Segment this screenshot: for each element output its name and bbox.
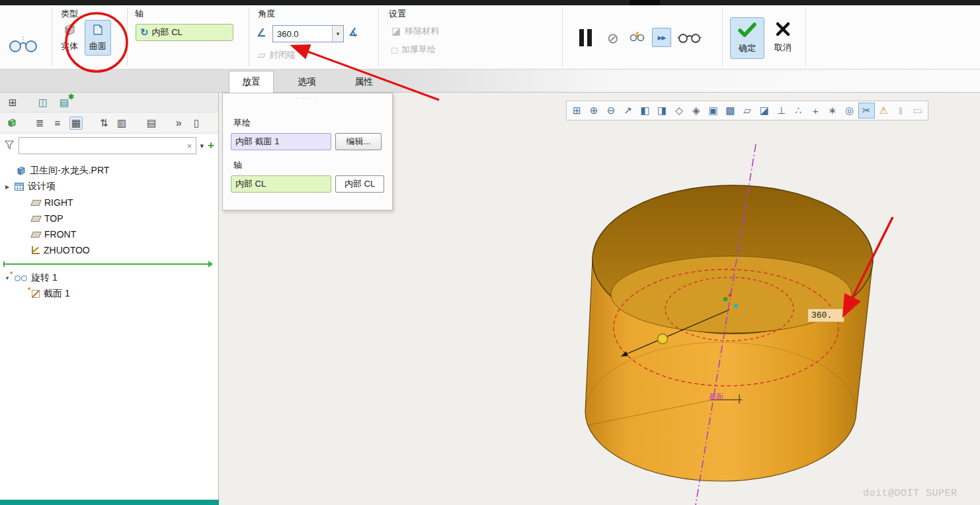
sketch-collector-value: 内部 截面 1	[235, 136, 279, 148]
panel-drag-handle[interactable]: · · · ·	[223, 95, 392, 101]
datum-plane-display-icon[interactable]: ▱	[739, 103, 756, 118]
layer-tree-icon[interactable]: ◫	[37, 97, 49, 109]
tree-item-label: TOP	[44, 213, 63, 224]
tree-item[interactable]: *截面 1	[0, 286, 218, 302]
annotation-display-icon[interactable]: ∗	[824, 103, 840, 118]
pause-icon[interactable]: ‖	[893, 103, 909, 118]
axis-collector-value: 内部 CL	[152, 26, 183, 38]
page-icon[interactable]: ▯	[190, 117, 202, 129]
angle-type-icon[interactable]: ∠	[257, 26, 266, 39]
remove-material-icon: ◪	[391, 25, 401, 37]
sketch-section-label: 草绘	[233, 117, 251, 129]
closed-ends-option[interactable]: ▱ 封闭端	[258, 49, 296, 61]
axis-section-label: 轴	[233, 160, 242, 171]
csys-display-icon[interactable]: +	[807, 103, 824, 118]
tab-properties-label: 属性	[354, 76, 373, 88]
plane-icon	[30, 200, 42, 206]
pause-button[interactable]	[579, 29, 592, 46]
tab-options[interactable]: 选项	[284, 71, 329, 93]
axis-group-label: 轴	[135, 8, 143, 20]
insertion-indicator[interactable]	[4, 263, 212, 265]
no-preview-toggle[interactable]: ⊘	[607, 30, 619, 46]
zoom-out-icon[interactable]: ⊖	[603, 103, 620, 118]
hidden-line-icon[interactable]: ◈	[688, 103, 704, 118]
angle-value-combo[interactable]: 360.0 ▾	[272, 25, 344, 42]
placement-panel: · · · · 草绘 内部 截面 1 编辑... 轴 内部 CL 内部 CL	[222, 93, 393, 210]
edit-sketch-button[interactable]: 编辑...	[335, 133, 382, 150]
remove-material-option[interactable]: ◪ 移除材料	[391, 25, 439, 37]
clear-filter-icon[interactable]: ×	[184, 141, 196, 151]
cancel-button[interactable]: 取消	[767, 17, 799, 58]
cancel-x-icon	[775, 21, 791, 39]
section-icon[interactable]: ✂	[858, 103, 875, 118]
datum-tag-display-icon[interactable]: ◪	[756, 103, 772, 118]
tree-item[interactable]: ZHUOTOO	[0, 242, 218, 258]
funnel-icon[interactable]	[4, 140, 15, 152]
refit-icon[interactable]: ↗	[620, 103, 636, 118]
spin-center-icon[interactable]: ◎	[841, 103, 858, 118]
shaded-icon[interactable]: ▣	[705, 103, 721, 118]
preview-play-icon: ▶▶	[658, 34, 666, 41]
angle-value[interactable]: 360.0	[273, 29, 332, 39]
surface-button[interactable]: 曲面	[85, 20, 111, 56]
cancel-label: 取消	[774, 42, 792, 54]
wireframe-icon[interactable]: ◇	[671, 103, 688, 118]
layer-settings-icon[interactable]: ▤✱	[58, 97, 70, 109]
tree-item-label: 截面 1	[44, 288, 70, 300]
glasses-preview-toggle[interactable]	[677, 32, 702, 46]
revolve-feature-icon	[8, 36, 40, 56]
ok-button[interactable]: 确定	[730, 17, 764, 59]
group-icon[interactable]: ▥	[116, 117, 128, 129]
add-filter-icon[interactable]: +	[208, 139, 214, 152]
sketch-collector-field[interactable]: 内部 截面 1	[231, 133, 331, 150]
solid-button[interactable]: 实体	[57, 20, 82, 56]
expand-list-icon[interactable]: ≣	[34, 117, 46, 129]
filter-dropdown-icon[interactable]: ▾	[200, 142, 204, 150]
attached-preview-toggle[interactable]: ▶▶	[652, 28, 671, 47]
collapse-list-icon[interactable]: ≡	[52, 117, 63, 128]
axis-display-icon[interactable]: ⊥	[773, 103, 790, 118]
angle-dropdown-arrow-icon[interactable]: ▾	[332, 26, 343, 42]
tree-filter-input[interactable]	[19, 138, 184, 154]
panel-axis-value: 内部 CL	[235, 178, 266, 190]
tree-item[interactable]: ▼*旋转 1	[0, 270, 218, 286]
solid-label: 实体	[61, 40, 78, 52]
thicken-sketch-option[interactable]: □ 加厚草绘	[391, 44, 436, 56]
model-cube-icon[interactable]	[5, 118, 17, 128]
angle-value-tag[interactable]: 360.	[807, 308, 844, 322]
tree-toolbar-row1: ⊞ ◫ ▤✱	[0, 93, 218, 113]
zoom-window-icon[interactable]: ⊞	[569, 103, 585, 118]
geometry-check-icon[interactable]	[630, 32, 645, 44]
tree-root-item[interactable]: 卫生间-水龙头.PRT	[0, 163, 218, 179]
shaded-edges-icon[interactable]: ▩	[722, 103, 739, 118]
point-display-icon[interactable]: ∴	[790, 103, 807, 118]
zoom-in-icon[interactable]: ⊕	[586, 103, 602, 118]
tree-item[interactable]: FRONT	[0, 226, 218, 242]
warning-icon[interactable]: ⚠	[876, 103, 892, 118]
sketch-icon: *	[32, 290, 40, 298]
repaint-icon[interactable]: ◧	[637, 103, 653, 118]
display-style-icon[interactable]: ◨	[654, 103, 671, 118]
tree-item[interactable]: TOP	[0, 210, 218, 226]
tree-item[interactable]: RIGHT	[0, 195, 218, 210]
collapsed-arrow-icon[interactable]: ▶	[4, 184, 11, 190]
panel-axis-field[interactable]: 内部 CL	[231, 175, 331, 193]
more-tools-chevron[interactable]: »	[173, 117, 184, 129]
tab-properties[interactable]: 属性	[341, 71, 386, 93]
tree-columns-icon[interactable]: ⊞	[7, 97, 19, 109]
tree-toolbar-row2: ≣ ≡ ▦ ⇅ ▥ ▤ » ▯	[0, 113, 218, 134]
dashboard-tabstrip: 放置 选项 属性	[0, 69, 980, 93]
tab-placement-label: 放置	[242, 76, 261, 88]
tab-placement[interactable]: 放置	[229, 71, 274, 93]
columns-display-icon[interactable]: ▦	[69, 116, 83, 130]
capture-icon[interactable]: ▭	[909, 103, 926, 118]
tree-filter-settings-icon[interactable]: ▤	[145, 117, 157, 129]
sort-icon[interactable]: ⇅	[98, 117, 110, 129]
axis-collector-field[interactable]: ↻ 内部 CL	[136, 24, 233, 41]
type-group-label: 类型	[61, 8, 78, 20]
tree-item[interactable]: ▶设计项	[0, 179, 218, 195]
angle-measure-icon[interactable]: ∡	[348, 26, 358, 38]
panel-axis-collector-button[interactable]: 内部 CL	[335, 175, 384, 193]
datum-plane-tag[interactable]: 基面	[709, 392, 723, 402]
revolve-dashboard: 类型 实体 曲面 轴 ↻ 内部 CL 角度 ∠ 360.0 ▾ ∡ ▱	[0, 5, 980, 69]
